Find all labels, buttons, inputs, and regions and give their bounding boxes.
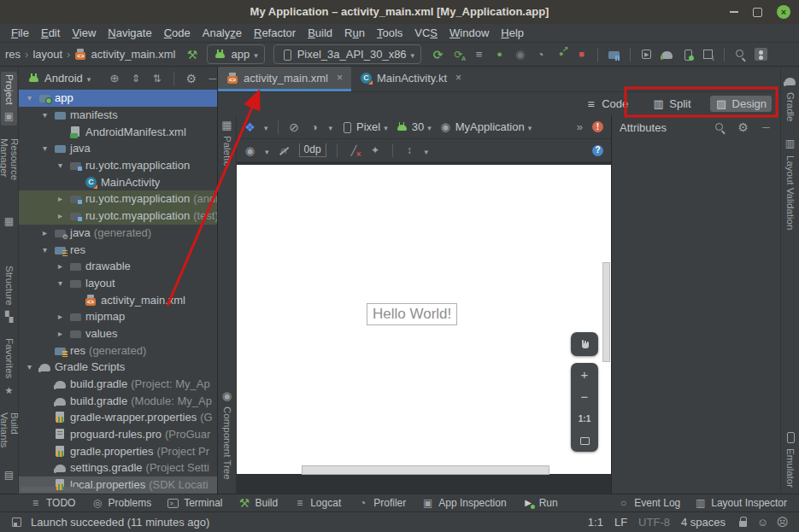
tree-chevron-icon[interactable]: ▸ bbox=[55, 261, 66, 271]
toolwindow-logcat[interactable]: Logcat bbox=[293, 497, 341, 510]
toolwindow-run[interactable]: Run bbox=[522, 497, 558, 510]
tree-chevron-icon[interactable]: ▾ bbox=[55, 278, 66, 288]
menu-window[interactable]: Window bbox=[444, 26, 495, 39]
tree-chevron-icon[interactable]: ▸ bbox=[55, 329, 66, 338]
run-icon[interactable] bbox=[432, 48, 444, 61]
canvas-vscrollbar[interactable] bbox=[602, 262, 610, 362]
tree-item-proguard-rules-pro-proguar[interactable]: proguard-rules.pro(ProGuar bbox=[19, 426, 217, 443]
device-select[interactable]: Pixel_3a_API_30_x86 bbox=[273, 44, 421, 64]
caret-position[interactable]: 1:1 bbox=[588, 516, 603, 529]
toolwindow-build[interactable]: Build bbox=[238, 497, 279, 510]
locate-icon[interactable] bbox=[108, 72, 120, 85]
sad-face-icon[interactable] bbox=[776, 516, 789, 529]
menu-navigate[interactable]: Navigate bbox=[102, 26, 157, 39]
close-button[interactable] bbox=[777, 5, 790, 19]
palette-tab[interactable]: Palette bbox=[220, 119, 233, 167]
device-picker[interactable]: Pixel bbox=[340, 120, 388, 133]
apply-changes-icon[interactable] bbox=[452, 48, 465, 61]
tree-item-mipmap[interactable]: ▸mipmap bbox=[19, 308, 217, 325]
file-encoding[interactable]: UTF-8 bbox=[638, 516, 670, 529]
stripe-resource-manager[interactable]: Resource Manager bbox=[0, 136, 21, 231]
tree-chevron-icon[interactable]: ▾ bbox=[39, 245, 50, 254]
device-file-explorer-icon[interactable] bbox=[608, 48, 620, 61]
design-canvas[interactable]: Hello World! bbox=[237, 165, 611, 474]
pan-button[interactable] bbox=[571, 332, 598, 356]
profile-icon[interactable] bbox=[514, 48, 526, 61]
help-icon[interactable] bbox=[591, 144, 604, 157]
toolwindow-terminal[interactable]: Terminal bbox=[167, 497, 222, 510]
settings-icon[interactable] bbox=[185, 72, 197, 85]
tree-item-build-gradle-module-my-ap[interactable]: build.gradle(Module: My_Ap bbox=[19, 392, 217, 409]
menu-help[interactable]: Help bbox=[495, 26, 530, 39]
lock-icon[interactable] bbox=[737, 516, 749, 529]
stripe-structure[interactable]: Structure bbox=[1, 263, 17, 326]
mode-design-button[interactable]: Design bbox=[710, 96, 772, 112]
design-surface-icon[interactable] bbox=[244, 120, 256, 133]
running-devices-icon[interactable] bbox=[640, 48, 653, 61]
overflow-chevrons[interactable]: » bbox=[577, 120, 584, 133]
theme-picker[interactable]: MyApplication bbox=[439, 120, 532, 133]
search-everywhere-icon[interactable] bbox=[734, 48, 747, 61]
tree-chevron-icon[interactable]: ▾ bbox=[24, 93, 35, 102]
stripe-layout-validation[interactable]: Layout Validation bbox=[782, 135, 798, 232]
sdk-manager-icon[interactable] bbox=[702, 48, 714, 61]
restore-button[interactable] bbox=[753, 8, 762, 17]
close-icon[interactable]: × bbox=[455, 72, 461, 84]
attributes-settings-icon[interactable] bbox=[737, 121, 749, 134]
tree-chevron-icon[interactable]: ▸ bbox=[39, 228, 50, 237]
menu-code[interactable]: Code bbox=[158, 26, 197, 39]
attach-debugger-icon[interactable] bbox=[555, 48, 567, 61]
tree-item-gradle-properties-project-pr[interactable]: gradle.properties(Project Pr bbox=[19, 442, 217, 459]
menu-vcs[interactable]: VCS bbox=[408, 26, 444, 39]
apply-code-changes-icon[interactable] bbox=[473, 48, 485, 61]
tree-item-res[interactable]: ▾res bbox=[19, 241, 217, 258]
collapse-all-icon[interactable] bbox=[150, 72, 163, 85]
api-picker[interactable]: 30 bbox=[396, 120, 432, 133]
menu-refactor[interactable]: Refactor bbox=[248, 26, 302, 39]
breadcrumb-activity-main-xml[interactable]: activity_main.xml bbox=[91, 48, 175, 61]
breadcrumb-layout[interactable]: layout bbox=[32, 48, 62, 61]
component-tree-tab[interactable]: Component Tree bbox=[220, 389, 233, 480]
tab-activity-main-xml[interactable]: activity_main.xml× bbox=[218, 67, 351, 91]
stop-icon[interactable] bbox=[575, 48, 588, 61]
canvas-hscrollbar[interactable] bbox=[302, 465, 549, 475]
expand-all-icon[interactable] bbox=[129, 72, 142, 85]
toolwindow-app-inspection[interactable]: App Inspection bbox=[421, 497, 506, 510]
tree-chevron-icon[interactable]: ▸ bbox=[55, 312, 66, 321]
minimize-button[interactable] bbox=[730, 11, 738, 13]
menu-tools[interactable]: Tools bbox=[371, 26, 408, 39]
build-hammer-icon[interactable] bbox=[185, 48, 198, 61]
menu-run[interactable]: Run bbox=[338, 26, 371, 39]
menu-edit[interactable]: Edit bbox=[35, 26, 66, 39]
tree-item-androidmanifest-xml[interactable]: AndroidManifest.xml bbox=[19, 123, 217, 140]
device-manager-icon[interactable] bbox=[681, 48, 694, 61]
zoom-out-button[interactable]: − bbox=[571, 385, 598, 407]
hide-icon[interactable] bbox=[206, 72, 218, 85]
menu-build[interactable]: Build bbox=[302, 26, 338, 39]
toolwindow-layout-inspector[interactable]: Layout Inspector bbox=[694, 497, 787, 510]
zoom-in-button[interactable]: + bbox=[571, 363, 598, 385]
tree-chevron-icon[interactable]: ▾ bbox=[24, 362, 35, 371]
tree-item-build-gradle-project-my-ap[interactable]: build.gradle(Project: My_Ap bbox=[19, 376, 217, 393]
pack-icon[interactable] bbox=[403, 144, 416, 157]
menu-view[interactable]: View bbox=[66, 26, 102, 39]
night-mode-icon[interactable] bbox=[308, 120, 321, 133]
mode-split-button[interactable]: Split bbox=[647, 96, 696, 112]
tree-chevron-icon[interactable]: ▸ bbox=[55, 211, 66, 220]
orientation-icon[interactable] bbox=[288, 120, 301, 133]
close-icon[interactable]: × bbox=[337, 72, 343, 84]
tree-chevron-icon[interactable]: ▾ bbox=[39, 143, 50, 153]
warning-icon[interactable] bbox=[591, 120, 604, 133]
tree-item-gradle-scripts[interactable]: ▾Gradle Scripts bbox=[19, 359, 217, 376]
attributes-search-icon[interactable] bbox=[714, 121, 726, 134]
profiler-icon[interactable] bbox=[534, 48, 547, 61]
tree-item-ru-yotc-myapplication[interactable]: ▾ru.yotc.myapplication bbox=[19, 157, 217, 174]
tree-item-ru-yotc-myapplication-test[interactable]: ▸ru.yotc.myapplication(test) bbox=[19, 208, 217, 225]
tree-item-java[interactable]: ▾java bbox=[19, 140, 217, 157]
tree-chevron-icon[interactable]: ▸ bbox=[55, 194, 66, 203]
run-config-select[interactable]: app bbox=[207, 44, 264, 64]
project-view-selector[interactable]: Android bbox=[26, 69, 92, 87]
toolwindow-problems[interactable]: Problems bbox=[91, 497, 151, 510]
menu-file[interactable]: File bbox=[5, 26, 35, 39]
stripe-gradle[interactable]: Gradle bbox=[782, 72, 798, 125]
